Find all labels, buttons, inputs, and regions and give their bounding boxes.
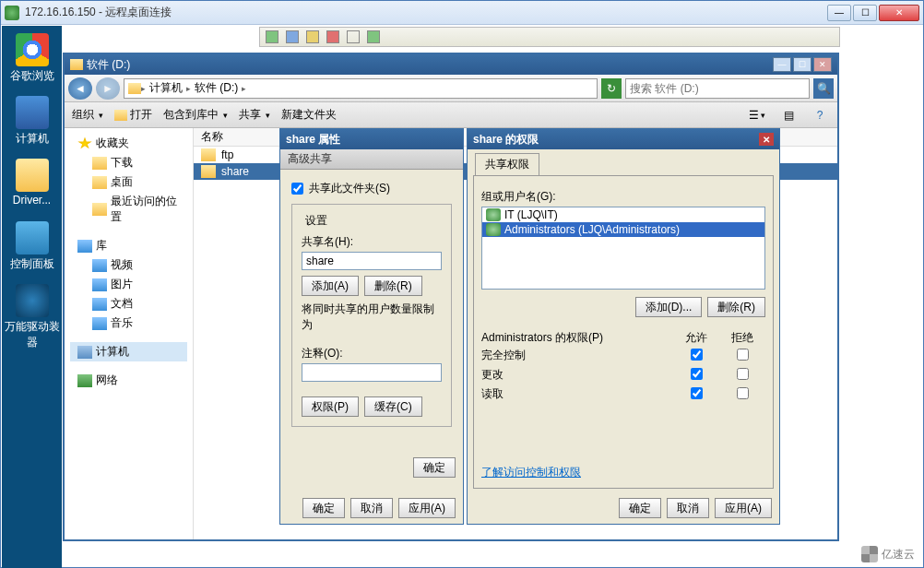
explorer-minimize-button[interactable]: — — [773, 57, 791, 72]
perm-ok-button[interactable]: 确定 — [619, 498, 661, 518]
maximize-button[interactable]: ☐ — [853, 5, 877, 21]
minimize-button[interactable]: — — [827, 5, 851, 21]
forward-button[interactable]: ► — [96, 77, 120, 100]
comment-label: 注释(O): — [302, 346, 442, 361]
explorer-titlebar[interactable]: 软件 (D:) — ☐ ✕ — [65, 54, 837, 75]
address-bar[interactable]: ▸ 计算机 ▸ 软件 (D:) ▸ — [124, 78, 598, 99]
explorer-close-button[interactable]: ✕ — [813, 57, 832, 72]
group-users-label: 组或用户名(G): — [481, 189, 765, 205]
search-input[interactable] — [625, 78, 810, 99]
breadcrumb-seg[interactable]: 软件 (D:) — [191, 80, 242, 96]
limit-label: 将同时共享的用户数量限制为 — [302, 302, 442, 333]
sidebar-computer[interactable]: 计算机 — [70, 342, 187, 361]
sidebar-libraries[interactable]: 库 — [70, 236, 187, 255]
folder-icon — [92, 176, 107, 189]
explorer-title: 软件 (D:) — [87, 57, 771, 73]
desktop-icon-control-panel[interactable]: 控制面板 — [5, 221, 60, 277]
props-apply-button[interactable]: 应用(A) — [398, 498, 456, 518]
sharename-label: 共享名(H): — [302, 234, 442, 250]
deny-header: 拒绝 — [719, 330, 765, 346]
allow-full-checkbox[interactable] — [691, 349, 703, 361]
perm-apply-button[interactable]: 应用(A) — [715, 498, 772, 518]
sidebar-item-downloads[interactable]: 下载 — [70, 153, 187, 172]
explorer-navbar: ◄ ► ▸ 计算机 ▸ 软件 (D:) ▸ ↻ 🔍 — [65, 75, 837, 102]
remote-desktop: 谷歌浏览 计算机 Driver... 控制面板 万能驱动装器 — [2, 26, 62, 568]
icon-label: 谷歌浏览 — [10, 69, 54, 82]
rdp-titlebar[interactable]: 172.16.16.150 - 远程桌面连接 — ☐ ✕ — [1, 1, 923, 25]
learn-more-link[interactable]: 了解访问控制和权限 — [481, 465, 581, 480]
explorer-sidebar: 收藏夹 下载 桌面 最近访问的位置 库 视频 图片 文档 音乐 计算机 网络 — [65, 128, 194, 539]
background-toolbar — [259, 27, 840, 47]
folder-icon — [128, 83, 141, 94]
include-library-button[interactable]: 包含到库中 — [163, 107, 228, 123]
perm-row-change: 更改 — [481, 365, 765, 385]
open-button[interactable]: 打开 — [114, 107, 152, 123]
desktop-icon-driver[interactable]: Driver... — [5, 159, 60, 214]
folder-icon — [114, 110, 127, 121]
comment-input[interactable] — [302, 363, 442, 382]
new-folder-button[interactable]: 新建文件夹 — [281, 107, 337, 123]
bg-icon — [266, 30, 278, 43]
perm-label: 读取 — [481, 386, 673, 402]
view-button[interactable]: ☰ — [747, 106, 767, 124]
props-ok-button-inner[interactable]: 确定 — [413, 457, 456, 478]
perm-remove-button[interactable]: 删除(R) — [707, 297, 765, 317]
share-button[interactable]: 共享 — [239, 107, 270, 123]
settings-group-label: 设置 — [302, 213, 331, 229]
rdp-window: 172.16.16.150 - 远程桌面连接 — ☐ ✕ 谷歌浏览 计算机 Dr… — [0, 0, 924, 568]
share-permissions-dialog: share 的权限 ✕ 共享权限 组或用户名(G): IT (LJQ\IT) A… — [467, 128, 780, 525]
explorer-maximize-button[interactable]: ☐ — [793, 57, 811, 72]
sidebar-item-desktop[interactable]: 桌面 — [70, 172, 187, 192]
back-button[interactable]: ◄ — [68, 77, 92, 100]
users-listbox[interactable]: IT (LJQ\IT) Administrators (LJQ\Administ… — [481, 207, 765, 290]
folder-icon — [201, 165, 216, 178]
document-icon — [92, 298, 107, 311]
network-icon — [77, 374, 92, 387]
organize-button[interactable]: 组织 — [72, 107, 103, 123]
sharename-input[interactable] — [302, 252, 442, 270]
props-cancel-button[interactable]: 取消 — [350, 498, 393, 518]
permissions-button[interactable]: 权限(P) — [302, 396, 359, 417]
preview-pane-button[interactable]: ▤ — [778, 106, 799, 124]
sidebar-item-videos[interactable]: 视频 — [70, 255, 187, 275]
perm-cancel-button[interactable]: 取消 — [667, 498, 709, 518]
perm-dialog-title[interactable]: share 的权限 ✕ — [468, 129, 779, 149]
deny-change-checkbox[interactable] — [737, 368, 749, 380]
perm-row-read: 读取 — [481, 385, 765, 404]
perm-row-full: 完全控制 — [481, 346, 765, 365]
breadcrumb-seg[interactable]: 计算机 — [146, 80, 186, 96]
user-row-it[interactable]: IT (LJQ\IT) — [482, 207, 764, 222]
sidebar-item-music[interactable]: 音乐 — [70, 314, 187, 333]
refresh-button[interactable]: ↻ — [601, 78, 622, 99]
user-row-admins[interactable]: Administrators (LJQ\Administrators) — [482, 222, 764, 237]
desktop-icon-driver-tool[interactable]: 万能驱动装器 — [5, 284, 60, 339]
tab-advanced-sharing[interactable]: 高级共享 — [280, 149, 463, 170]
perm-close-button[interactable]: ✕ — [759, 133, 774, 146]
cache-button[interactable]: 缓存(C) — [364, 396, 422, 417]
help-button[interactable]: ? — [810, 106, 830, 124]
props-ok-button[interactable]: 确定 — [302, 498, 345, 518]
add-button[interactable]: 添加(A) — [302, 276, 359, 296]
remove-button[interactable]: 删除(R) — [364, 276, 422, 296]
deny-full-checkbox[interactable] — [737, 349, 749, 361]
allow-read-checkbox[interactable] — [691, 387, 703, 399]
desktop-icon-chrome[interactable]: 谷歌浏览 — [5, 33, 60, 89]
share-folder-checkbox[interactable] — [291, 183, 303, 195]
dialog-title[interactable]: share 属性 — [280, 129, 463, 149]
tab-share-permissions[interactable]: 共享权限 — [475, 153, 539, 175]
close-button[interactable]: ✕ — [879, 5, 919, 21]
sidebar-item-documents[interactable]: 文档 — [70, 294, 187, 314]
star-icon — [77, 137, 92, 150]
desktop-icon-computer[interactable]: 计算机 — [5, 96, 60, 151]
sidebar-network[interactable]: 网络 — [70, 371, 187, 390]
allow-change-checkbox[interactable] — [691, 368, 703, 380]
search-button[interactable]: 🔍 — [813, 78, 834, 99]
sidebar-favorites[interactable]: 收藏夹 — [70, 134, 187, 153]
perm-add-button[interactable]: 添加(D)... — [635, 297, 703, 317]
icon-label: Driver... — [13, 194, 51, 207]
sidebar-item-recent[interactable]: 最近访问的位置 — [70, 192, 187, 227]
allow-header: 允许 — [673, 330, 719, 346]
sidebar-item-pictures[interactable]: 图片 — [70, 275, 187, 294]
deny-read-checkbox[interactable] — [737, 387, 749, 399]
bg-icon — [286, 30, 299, 43]
